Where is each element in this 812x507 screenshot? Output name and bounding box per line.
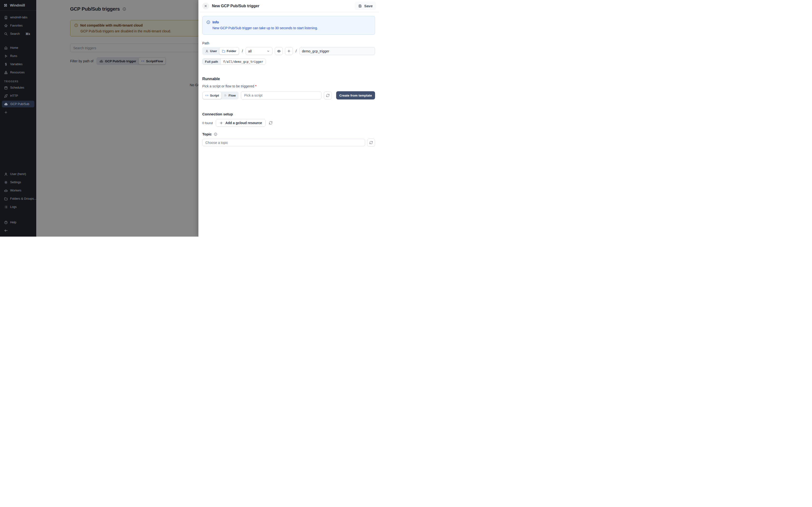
app-logo[interactable]: Windmill: [0, 0, 36, 11]
sidebar-item-schedules[interactable]: Schedules: [2, 84, 34, 91]
route-icon: [4, 94, 8, 98]
kind-toggle-script[interactable]: Script: [203, 92, 221, 99]
create-from-template-button[interactable]: Create from template: [336, 91, 375, 100]
sidebar-item-runs[interactable]: Runs: [2, 53, 34, 59]
add-gcloud-resource-label: Add a gcloud resource: [225, 121, 262, 125]
folder-select-value: all: [248, 49, 252, 53]
refresh-icon: [369, 141, 373, 145]
sidebar-item-folders-groups[interactable]: Folders & Groups...: [2, 195, 34, 202]
user-icon: [205, 50, 209, 53]
home-icon: [4, 46, 8, 50]
variables-label: Variables: [10, 62, 22, 66]
trigger-name-input[interactable]: [299, 47, 375, 55]
folder-icon: [4, 197, 8, 201]
folder-icon: [222, 50, 225, 53]
sidebar-item-workspace[interactable]: windmill-labs: [2, 14, 34, 21]
search-icon: [4, 32, 8, 36]
refresh-scripts-button[interactable]: [324, 92, 332, 100]
logs-label: Logs: [10, 205, 17, 209]
http-label: HTTP: [10, 94, 18, 98]
add-gcloud-resource-button[interactable]: Add a gcloud resource: [216, 119, 266, 127]
topic-select[interactable]: Choose a topic: [202, 139, 365, 146]
dollar-icon: [4, 62, 8, 66]
folder-select[interactable]: all: [246, 47, 272, 55]
path-row: User Folder / all /: [202, 47, 375, 55]
plus-icon: [219, 121, 223, 125]
search-label: Search: [10, 32, 20, 36]
kind-toggle-flow[interactable]: Flow: [221, 92, 238, 99]
topic-placeholder: Choose a topic: [205, 141, 228, 145]
settings-label: Settings: [10, 181, 21, 184]
runnable-row: Script Flow Create from template: [202, 91, 375, 100]
sidebar-item-http[interactable]: HTTP: [2, 93, 34, 99]
resources-label: Resources: [10, 71, 24, 74]
close-icon: [204, 4, 207, 8]
info-alert-title: Info: [212, 20, 219, 24]
runnable-sub-label: Pick a script or flow to be triggered *: [202, 84, 375, 88]
kind-flow-label: Flow: [229, 94, 236, 97]
path-owner-toggle: User Folder: [202, 47, 239, 55]
logs-icon: [4, 205, 8, 209]
refresh-icon: [269, 121, 272, 125]
create-from-template-label: Create from template: [339, 94, 372, 97]
sidebar-item-add-trigger[interactable]: [2, 109, 34, 116]
gcp-pubsub-label: GCP Pub/Sub: [10, 102, 29, 106]
sidebar-item-settings[interactable]: Settings: [2, 179, 34, 186]
new-gcp-trigger-drawer: New GCP Pub/Sub trigger Save Info New GC…: [198, 0, 379, 237]
sidebar-item-variables[interactable]: Variables: [2, 61, 34, 68]
close-drawer-button[interactable]: [202, 3, 209, 9]
schedules-label: Schedules: [10, 86, 24, 89]
workspace-label: windmill-labs: [10, 16, 28, 19]
user-label: User (henri): [10, 172, 26, 176]
help-label: Help: [10, 221, 16, 224]
sidebar-item-home[interactable]: Home: [2, 44, 34, 51]
cloud-icon: [4, 102, 8, 106]
plus-icon: [4, 111, 8, 114]
sidebar-item-workers[interactable]: Workers: [2, 187, 34, 194]
sidebar: Windmill windmill-labs Favorites Search …: [0, 0, 36, 237]
sidebar-item-favorites[interactable]: Favorites: [2, 22, 34, 29]
topic-info-icon[interactable]: [214, 132, 217, 136]
collapse-sidebar-button[interactable]: [2, 227, 34, 234]
save-icon: [358, 4, 362, 8]
home-label: Home: [10, 46, 18, 50]
search-shortcut: ⌘k: [26, 32, 30, 36]
building-icon: [4, 16, 8, 19]
plus-icon: [287, 49, 291, 53]
topic-heading-row: Topic: [202, 132, 375, 136]
refresh-icon: [326, 94, 329, 97]
resources-found-count: 0 found: [202, 121, 213, 125]
owner-toggle-user[interactable]: User: [203, 48, 219, 55]
sidebar-item-user[interactable]: User (henri): [2, 171, 34, 177]
gear-icon: [4, 181, 8, 184]
sidebar-spacer: [0, 116, 36, 170]
app-title: Windmill: [10, 3, 25, 7]
full-path-value: f/all/demo_gcp_trigger: [221, 59, 266, 64]
refresh-topics-button[interactable]: [367, 138, 375, 147]
sidebar-item-resources[interactable]: Resources: [2, 69, 34, 76]
path-label: Path: [202, 41, 375, 45]
refresh-resources-button[interactable]: [269, 121, 272, 125]
user-icon: [4, 172, 8, 176]
topic-heading: Topic: [202, 132, 212, 136]
add-folder-button[interactable]: [285, 47, 293, 55]
sidebar-item-gcp-pubsub[interactable]: GCP Pub/Sub: [2, 101, 34, 107]
sidebar-item-logs[interactable]: Logs: [2, 204, 34, 210]
drawer-header: New GCP Pub/Sub trigger Save: [198, 0, 379, 12]
arrow-left-icon: [4, 229, 8, 232]
pick-script-input[interactable]: [241, 91, 321, 100]
triggers-section-label: TRIGGERS: [4, 80, 36, 83]
owner-toggle-folder[interactable]: Folder: [219, 48, 239, 55]
bot-icon: [4, 189, 8, 192]
info-circle-icon: [206, 20, 210, 24]
runnable-sub-text: Pick a script or flow to be triggered: [202, 84, 255, 88]
view-folder-button[interactable]: [275, 47, 283, 55]
owner-user-label: User: [210, 49, 217, 53]
boxes-icon: [4, 71, 8, 74]
play-icon: [4, 54, 8, 58]
sidebar-item-search[interactable]: Search ⌘k: [2, 31, 34, 37]
sidebar-item-help[interactable]: Help: [2, 219, 34, 226]
save-button[interactable]: Save: [355, 2, 376, 10]
info-alert-body: New GCP Pub/Sub trigger can take up to 3…: [212, 26, 371, 30]
help-icon: [4, 221, 8, 224]
